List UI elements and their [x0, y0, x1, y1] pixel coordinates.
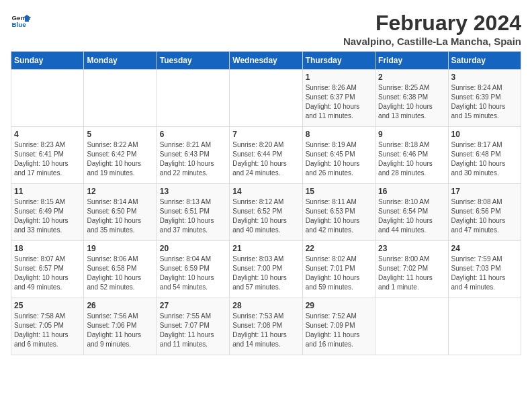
day-number: 16	[378, 187, 445, 196]
day-number: 7	[232, 130, 299, 139]
main-title: February 2024	[343, 11, 521, 36]
calendar-cell: 18Sunrise: 8:07 AM Sunset: 6:57 PM Dayli…	[11, 241, 84, 298]
day-number: 29	[306, 301, 372, 310]
day-detail: Sunrise: 8:06 AM Sunset: 6:58 PM Dayligh…	[87, 255, 153, 292]
day-number: 2	[378, 73, 445, 82]
calendar-cell	[157, 70, 229, 127]
calendar-cell: 2Sunrise: 8:25 AM Sunset: 6:38 PM Daylig…	[375, 70, 448, 127]
day-detail: Sunrise: 8:18 AM Sunset: 6:46 PM Dayligh…	[378, 140, 445, 178]
header: General Blue February 2024 Navalpino, Ca…	[11, 11, 521, 47]
day-detail: Sunrise: 8:11 AM Sunset: 6:53 PM Dayligh…	[306, 197, 372, 235]
weekday-header-sunday: Sunday	[11, 52, 84, 70]
week-row-3: 11Sunrise: 8:15 AM Sunset: 6:49 PM Dayli…	[11, 184, 521, 241]
calendar-cell: 11Sunrise: 8:15 AM Sunset: 6:49 PM Dayli…	[11, 184, 84, 241]
day-detail: Sunrise: 7:56 AM Sunset: 7:06 PM Dayligh…	[87, 312, 153, 349]
day-detail: Sunrise: 8:00 AM Sunset: 7:02 PM Dayligh…	[378, 255, 445, 292]
calendar-cell: 17Sunrise: 8:08 AM Sunset: 6:56 PM Dayli…	[448, 184, 521, 241]
day-detail: Sunrise: 8:23 AM Sunset: 6:41 PM Dayligh…	[14, 140, 81, 178]
week-row-2: 4Sunrise: 8:23 AM Sunset: 6:41 PM Daylig…	[11, 127, 521, 184]
calendar-cell: 23Sunrise: 8:00 AM Sunset: 7:02 PM Dayli…	[375, 241, 448, 298]
weekday-header-monday: Monday	[84, 52, 157, 70]
calendar-table: SundayMondayTuesdayWednesdayThursdayFrid…	[11, 51, 521, 355]
day-number: 10	[451, 130, 518, 139]
day-number: 9	[378, 130, 445, 139]
day-detail: Sunrise: 8:24 AM Sunset: 6:39 PM Dayligh…	[451, 83, 518, 121]
day-number: 1	[306, 73, 372, 82]
day-number: 15	[306, 187, 372, 196]
weekday-header-tuesday: Tuesday	[157, 52, 229, 70]
calendar-cell: 16Sunrise: 8:10 AM Sunset: 6:54 PM Dayli…	[375, 184, 448, 241]
day-number: 23	[378, 244, 445, 253]
calendar-cell: 6Sunrise: 8:21 AM Sunset: 6:43 PM Daylig…	[157, 127, 229, 184]
calendar-cell: 22Sunrise: 8:02 AM Sunset: 7:01 PM Dayli…	[302, 241, 375, 298]
day-detail: Sunrise: 8:20 AM Sunset: 6:44 PM Dayligh…	[232, 140, 299, 178]
day-detail: Sunrise: 8:13 AM Sunset: 6:51 PM Dayligh…	[160, 197, 226, 235]
day-number: 6	[160, 130, 226, 139]
calendar-cell: 26Sunrise: 7:56 AM Sunset: 7:06 PM Dayli…	[84, 298, 157, 355]
calendar-cell: 12Sunrise: 8:14 AM Sunset: 6:50 PM Dayli…	[84, 184, 157, 241]
day-detail: Sunrise: 8:10 AM Sunset: 6:54 PM Dayligh…	[378, 197, 445, 235]
day-number: 27	[160, 301, 226, 310]
day-number: 13	[160, 187, 226, 196]
week-row-4: 18Sunrise: 8:07 AM Sunset: 6:57 PM Dayli…	[11, 241, 521, 298]
day-detail: Sunrise: 8:08 AM Sunset: 6:56 PM Dayligh…	[451, 197, 518, 235]
week-row-1: 1Sunrise: 8:26 AM Sunset: 6:37 PM Daylig…	[11, 70, 521, 127]
weekday-header-friday: Friday	[375, 52, 448, 70]
calendar-cell: 14Sunrise: 8:12 AM Sunset: 6:52 PM Dayli…	[230, 184, 302, 241]
calendar-cell	[84, 70, 157, 127]
weekday-header-thursday: Thursday	[302, 52, 375, 70]
day-number: 5	[87, 130, 153, 139]
calendar-cell: 28Sunrise: 7:53 AM Sunset: 7:08 PM Dayli…	[230, 298, 302, 355]
day-detail: Sunrise: 8:07 AM Sunset: 6:57 PM Dayligh…	[14, 255, 81, 292]
logo-icon: General Blue	[11, 11, 31, 31]
day-detail: Sunrise: 8:17 AM Sunset: 6:48 PM Dayligh…	[451, 140, 518, 178]
weekday-header-saturday: Saturday	[448, 52, 521, 70]
day-number: 8	[306, 130, 372, 139]
day-detail: Sunrise: 8:19 AM Sunset: 6:45 PM Dayligh…	[306, 140, 372, 178]
calendar-cell	[375, 298, 448, 355]
day-number: 18	[14, 244, 81, 253]
day-number: 11	[14, 187, 81, 196]
calendar-cell: 27Sunrise: 7:55 AM Sunset: 7:07 PM Dayli…	[157, 298, 229, 355]
calendar-cell	[448, 298, 521, 355]
calendar-cell: 24Sunrise: 7:59 AM Sunset: 7:03 PM Dayli…	[448, 241, 521, 298]
calendar-cell: 20Sunrise: 8:04 AM Sunset: 6:59 PM Dayli…	[157, 241, 229, 298]
calendar-cell: 3Sunrise: 8:24 AM Sunset: 6:39 PM Daylig…	[448, 70, 521, 127]
day-number: 21	[232, 244, 299, 253]
calendar-cell: 4Sunrise: 8:23 AM Sunset: 6:41 PM Daylig…	[11, 127, 84, 184]
day-number: 19	[87, 244, 153, 253]
day-detail: Sunrise: 8:21 AM Sunset: 6:43 PM Dayligh…	[160, 140, 226, 178]
subtitle: Navalpino, Castille-La Mancha, Spain	[343, 36, 521, 47]
calendar-cell	[230, 70, 302, 127]
calendar-cell: 25Sunrise: 7:58 AM Sunset: 7:05 PM Dayli…	[11, 298, 84, 355]
calendar-cell: 8Sunrise: 8:19 AM Sunset: 6:45 PM Daylig…	[302, 127, 375, 184]
day-number: 22	[306, 244, 372, 253]
week-row-5: 25Sunrise: 7:58 AM Sunset: 7:05 PM Dayli…	[11, 298, 521, 355]
calendar-cell: 21Sunrise: 8:03 AM Sunset: 7:00 PM Dayli…	[230, 241, 302, 298]
day-number: 4	[14, 130, 81, 139]
svg-text:Blue: Blue	[12, 21, 27, 28]
day-detail: Sunrise: 8:04 AM Sunset: 6:59 PM Dayligh…	[160, 255, 226, 292]
title-block: February 2024 Navalpino, Castille-La Man…	[343, 11, 521, 47]
day-number: 28	[232, 301, 299, 310]
day-detail: Sunrise: 8:26 AM Sunset: 6:37 PM Dayligh…	[306, 83, 372, 121]
logo: General Blue	[11, 11, 31, 31]
calendar-cell: 13Sunrise: 8:13 AM Sunset: 6:51 PM Dayli…	[157, 184, 229, 241]
day-detail: Sunrise: 8:14 AM Sunset: 6:50 PM Dayligh…	[87, 197, 153, 235]
calendar-cell: 5Sunrise: 8:22 AM Sunset: 6:42 PM Daylig…	[84, 127, 157, 184]
day-number: 20	[160, 244, 226, 253]
day-detail: Sunrise: 8:15 AM Sunset: 6:49 PM Dayligh…	[14, 197, 81, 235]
calendar-cell	[11, 70, 84, 127]
calendar-cell: 19Sunrise: 8:06 AM Sunset: 6:58 PM Dayli…	[84, 241, 157, 298]
day-detail: Sunrise: 8:02 AM Sunset: 7:01 PM Dayligh…	[306, 255, 372, 292]
day-number: 14	[232, 187, 299, 196]
weekday-header-row: SundayMondayTuesdayWednesdayThursdayFrid…	[11, 52, 521, 70]
calendar-cell: 29Sunrise: 7:52 AM Sunset: 7:09 PM Dayli…	[302, 298, 375, 355]
day-detail: Sunrise: 7:55 AM Sunset: 7:07 PM Dayligh…	[160, 312, 226, 349]
calendar-cell: 9Sunrise: 8:18 AM Sunset: 6:46 PM Daylig…	[375, 127, 448, 184]
calendar-cell: 7Sunrise: 8:20 AM Sunset: 6:44 PM Daylig…	[230, 127, 302, 184]
day-detail: Sunrise: 7:58 AM Sunset: 7:05 PM Dayligh…	[14, 312, 81, 349]
day-detail: Sunrise: 8:22 AM Sunset: 6:42 PM Dayligh…	[87, 140, 153, 178]
calendar-cell: 15Sunrise: 8:11 AM Sunset: 6:53 PM Dayli…	[302, 184, 375, 241]
weekday-header-wednesday: Wednesday	[230, 52, 302, 70]
